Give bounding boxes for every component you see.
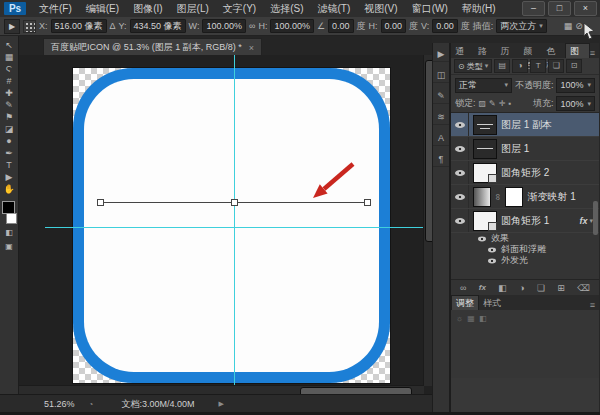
- lock-pixels-icon[interactable]: ✎: [489, 99, 496, 108]
- background-color-swatch[interactable]: [6, 213, 17, 224]
- visibility-eye-icon[interactable]: [455, 218, 465, 224]
- vertical-scrollbar[interactable]: [423, 55, 432, 386]
- path-selection-tool-icon[interactable]: ▶: [1, 171, 18, 183]
- filter-smart-objects-icon[interactable]: ⊡: [566, 59, 582, 73]
- layer-row[interactable]: 图层 1: [451, 137, 599, 161]
- interpolation-select[interactable]: 两次立方 ▾: [496, 19, 547, 33]
- visibility-eye-icon[interactable]: [488, 247, 496, 252]
- layer-row[interactable]: ∞ 渐变映射 1: [451, 185, 599, 209]
- tab-styles[interactable]: 样式: [479, 296, 505, 310]
- new-adjustment-layer-icon[interactable]: ◑: [519, 283, 524, 293]
- layer-list-scrollbar-thumb[interactable]: [593, 201, 598, 235]
- clone-stamp-tool-icon[interactable]: ⚑: [1, 111, 18, 123]
- minimize-button[interactable]: –: [522, 1, 545, 16]
- visibility-eye-icon[interactable]: [455, 170, 465, 176]
- vskew-field[interactable]: 0.00: [432, 19, 458, 33]
- filter-kind-select[interactable]: ⊙ 类型 ▾: [454, 59, 492, 73]
- add-layer-mask-icon[interactable]: ◧: [498, 283, 507, 293]
- layer-mask-thumbnail[interactable]: [505, 187, 523, 207]
- status-options-arrow-icon[interactable]: ▶: [218, 400, 223, 408]
- transform-bounding-line[interactable]: [100, 202, 368, 203]
- vertical-guide[interactable]: [234, 55, 235, 394]
- close-button[interactable]: ×: [574, 1, 597, 16]
- brush-tool-icon[interactable]: ✎: [1, 99, 18, 111]
- effect-row-outer-glow[interactable]: 外发光: [451, 255, 599, 266]
- menu-edit[interactable]: 编辑(E): [79, 0, 126, 17]
- menu-view[interactable]: 视图(V): [357, 0, 404, 17]
- y-position-field[interactable]: 434.50 像素: [130, 19, 186, 33]
- transform-handle-center[interactable]: [231, 199, 238, 206]
- fill-select[interactable]: 100% ▾: [556, 96, 595, 111]
- layer-name[interactable]: 圆角矩形 1: [501, 214, 549, 228]
- shape-layer-thumbnail[interactable]: [473, 211, 497, 231]
- menu-image[interactable]: 图像(I): [126, 0, 169, 17]
- layer-style-indicator[interactable]: fx ▾: [579, 216, 593, 226]
- filter-shape-layers-icon[interactable]: ❏: [548, 59, 564, 73]
- layer-thumbnail[interactable]: [473, 115, 497, 135]
- x-position-field[interactable]: 516.00 像素: [51, 19, 107, 33]
- tab-channels[interactable]: 通道: [451, 44, 474, 58]
- menu-file[interactable]: 文件(F): [32, 0, 79, 17]
- layer-name[interactable]: 图层 1: [501, 142, 529, 156]
- visibility-eye-icon[interactable]: [455, 122, 465, 128]
- blur-tool-icon[interactable]: ●: [1, 135, 18, 147]
- delete-layer-icon[interactable]: ⌫: [577, 283, 590, 293]
- healing-brush-tool-icon[interactable]: ✚: [1, 87, 18, 99]
- canvas-area[interactable]: [19, 55, 432, 394]
- filter-pixel-layers-icon[interactable]: ▤: [494, 59, 510, 73]
- brush-panel-icon[interactable]: ✎: [433, 90, 449, 104]
- crop-tool-icon[interactable]: #: [1, 75, 18, 87]
- layer-name[interactable]: 圆角矩形 2: [501, 166, 549, 180]
- tab-color[interactable]: 颜色: [519, 44, 542, 58]
- hand-tool-icon[interactable]: ✋: [1, 183, 18, 195]
- visibility-eye-icon[interactable]: [455, 146, 465, 152]
- filter-type-layers-icon[interactable]: T: [530, 59, 546, 73]
- new-group-icon[interactable]: ❏: [537, 283, 545, 293]
- tab-history[interactable]: 历史: [497, 44, 520, 58]
- layer-row-copy[interactable]: 图层 1 副本: [451, 113, 599, 137]
- transform-handle-right[interactable]: [364, 199, 371, 206]
- warp-mode-icon[interactable]: ▦: [564, 21, 573, 31]
- maximize-button[interactable]: □: [548, 1, 571, 16]
- visibility-eye-icon[interactable]: [478, 236, 486, 241]
- paragraph-panel-icon[interactable]: ¶: [433, 153, 449, 167]
- menu-select[interactable]: 选择(S): [263, 0, 310, 17]
- opacity-select[interactable]: 100% ▾: [556, 78, 595, 93]
- tab-paths[interactable]: 路径: [474, 44, 497, 58]
- visibility-eye-icon[interactable]: [488, 258, 496, 263]
- hskew-field[interactable]: 0.00: [381, 19, 407, 33]
- adjustment-preset-icon[interactable]: ☼: [456, 314, 463, 378]
- document-tab[interactable]: 百度贴吧ICON @ 51.3% (图层 1 副本, RGB/8) * ×: [43, 38, 262, 56]
- lock-transparency-icon[interactable]: ▨: [479, 99, 487, 108]
- menu-type[interactable]: 文字(Y): [216, 0, 263, 17]
- menu-window[interactable]: 窗口(W): [405, 0, 455, 17]
- reference-point-locator-icon[interactable]: [23, 20, 36, 33]
- horizontal-scrollbar[interactable]: [19, 385, 424, 394]
- layer-name[interactable]: 图层 1 副本: [501, 118, 552, 132]
- lock-all-icon[interactable]: ▪: [508, 99, 511, 108]
- foreground-color-swatch[interactable]: [2, 201, 15, 214]
- lasso-tool-icon[interactable]: Ϛ: [1, 63, 18, 75]
- blend-mode-select[interactable]: 正常 ▾: [455, 78, 512, 93]
- maintain-aspect-icon[interactable]: ∞: [249, 21, 255, 31]
- lock-position-icon[interactable]: ✛: [499, 99, 506, 108]
- add-layer-style-icon[interactable]: fx: [479, 283, 486, 292]
- screen-mode-icon[interactable]: ▣: [1, 241, 18, 253]
- transform-handle-left[interactable]: [97, 199, 104, 206]
- width-field[interactable]: 100.00%: [202, 19, 246, 33]
- delta-icon[interactable]: Δ: [110, 21, 116, 31]
- eraser-tool-icon[interactable]: ◪: [1, 123, 18, 135]
- visibility-eye-icon[interactable]: [455, 194, 465, 200]
- zoom-level-field[interactable]: 51.26%: [44, 399, 75, 409]
- filter-adjustment-layers-icon[interactable]: ◑: [512, 59, 528, 73]
- clone-source-panel-icon[interactable]: ≋: [433, 111, 449, 125]
- layer-row[interactable]: 圆角矩形 1 fx ▾: [451, 209, 599, 233]
- horizontal-guide[interactable]: [45, 227, 423, 228]
- height-field[interactable]: 100.00%: [270, 19, 314, 33]
- layer-name[interactable]: 渐变映射 1: [527, 190, 575, 204]
- rotate-field[interactable]: 0.00: [328, 19, 354, 33]
- new-layer-icon[interactable]: ⊞: [557, 283, 565, 293]
- marquee-tool-icon[interactable]: ▦: [1, 51, 18, 63]
- tab-adjustments[interactable]: 调整: [451, 295, 479, 310]
- character-panel-icon[interactable]: A: [433, 132, 449, 146]
